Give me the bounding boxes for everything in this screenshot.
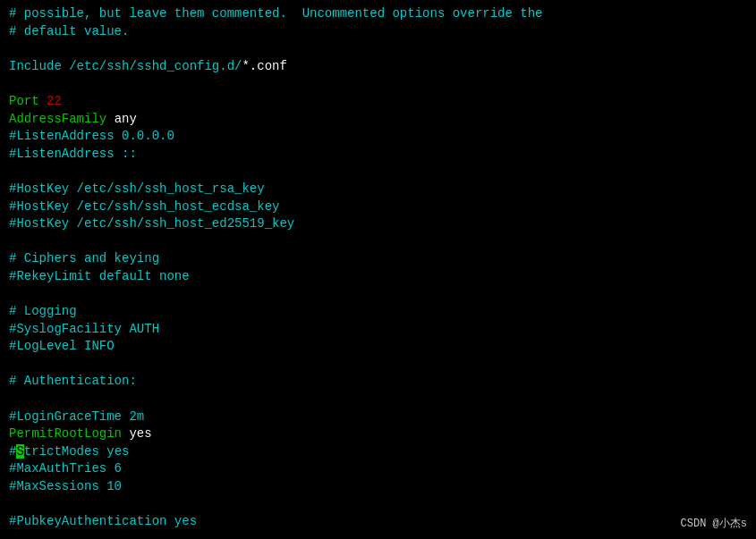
code-line-16: #RekeyLimit default none xyxy=(9,268,747,286)
code-line-3 xyxy=(9,40,747,58)
code-line-29 xyxy=(9,496,747,514)
code-line-2: # default value. xyxy=(9,23,747,41)
code-line-30: #PubkeyAuthentication yes xyxy=(9,513,747,531)
code-line-17 xyxy=(9,286,747,304)
code-line-22: # Authentication: xyxy=(9,373,747,391)
code-line-9: #ListenAddress :: xyxy=(9,146,747,164)
code-line-13: #HostKey /etc/ssh/ssh_host_ed25519_key xyxy=(9,215,747,233)
code-line-11: #HostKey /etc/ssh/ssh_host_rsa_key xyxy=(9,181,747,198)
code-line-14 xyxy=(9,233,747,251)
code-line-19: #SyslogFacility AUTH xyxy=(9,321,747,339)
code-line-27: #MaxAuthTries 6 xyxy=(9,460,747,478)
code-line-26: #StrictModes yes xyxy=(9,443,747,461)
code-line-12: #HostKey /etc/ssh/ssh_host_ecdsa_key xyxy=(9,198,747,216)
code-line-25: PermitRootLogin yes xyxy=(9,425,747,443)
code-line-5 xyxy=(9,75,747,93)
code-line-4: Include /etc/ssh/sshd_config.d/*.conf xyxy=(9,58,747,76)
code-line-23 xyxy=(9,391,747,408)
code-line-7: AddressFamily any xyxy=(9,111,747,129)
code-line-24: #LoginGraceTime 2m xyxy=(9,408,747,426)
code-line-10 xyxy=(9,163,747,181)
code-line-6: Port 22 xyxy=(9,93,747,111)
code-line-15: # Ciphers and keying xyxy=(9,250,747,268)
code-line-8: #ListenAddress 0.0.0.0 xyxy=(9,128,747,146)
code-line-21 xyxy=(9,356,747,374)
watermark: CSDN @小杰s xyxy=(681,517,747,532)
code-line-1: # possible, but leave them commented. Un… xyxy=(9,5,747,23)
code-line-18: # Logging xyxy=(9,303,747,321)
terminal: # possible, but leave them commented. Un… xyxy=(0,0,756,539)
code-line-20: #LogLevel INFO xyxy=(9,338,747,356)
code-line-28: #MaxSessions 10 xyxy=(9,478,747,496)
